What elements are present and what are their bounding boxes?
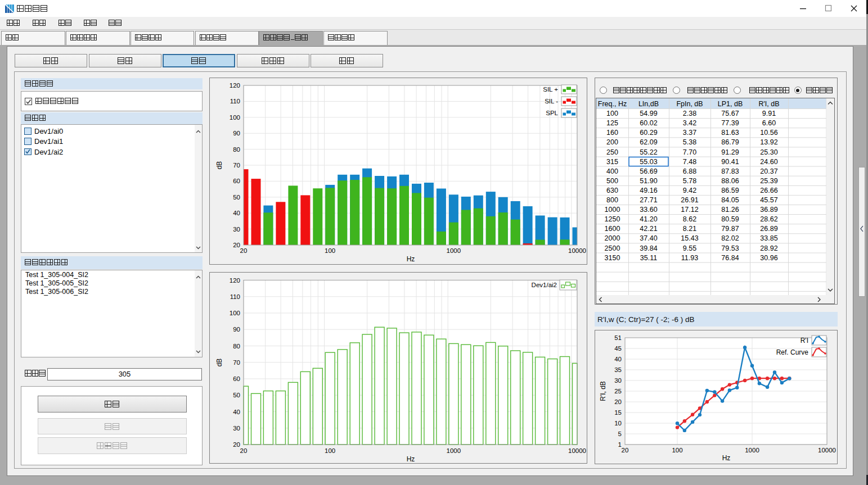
svg-text:6.60: 6.60 — [762, 119, 776, 127]
svg-text:33.85: 33.85 — [760, 234, 777, 242]
svg-text:20: 20 — [240, 247, 248, 254]
svg-text:630: 630 — [606, 186, 618, 194]
svg-text:7.70: 7.70 — [683, 148, 696, 156]
svg-text:1000: 1000 — [447, 247, 461, 254]
svg-text:80: 80 — [233, 146, 240, 153]
svg-text:20: 20 — [233, 242, 240, 248]
svg-text:100: 100 — [606, 110, 618, 117]
svg-text:5.38: 5.38 — [683, 138, 696, 146]
svg-text:81.26: 81.26 — [721, 206, 739, 214]
svg-text:5: 5 — [618, 430, 622, 437]
svg-text:9.42: 9.42 — [683, 186, 696, 194]
svg-text:13.92: 13.92 — [760, 138, 777, 146]
svg-text:8.21: 8.21 — [683, 225, 696, 233]
svg-text:315: 315 — [606, 157, 618, 165]
svg-text:20.37: 20.37 — [760, 167, 777, 175]
svg-text:100: 100 — [325, 247, 335, 254]
svg-text:1000: 1000 — [447, 447, 461, 454]
svg-text:54.99: 54.99 — [640, 110, 657, 117]
svg-text:40: 40 — [233, 210, 240, 216]
svg-text:100: 100 — [230, 114, 240, 121]
svg-text:27.71: 27.71 — [640, 196, 657, 204]
svg-text:8.62: 8.62 — [683, 215, 696, 223]
svg-text:86.59: 86.59 — [721, 186, 739, 194]
svg-text:20: 20 — [622, 447, 629, 454]
svg-text:79.87: 79.87 — [721, 225, 739, 233]
svg-text:9.55: 9.55 — [683, 244, 696, 252]
svg-text:30: 30 — [233, 226, 240, 233]
svg-text:20: 20 — [614, 398, 622, 405]
svg-text:40: 40 — [233, 409, 240, 415]
svg-text:87.83: 87.83 — [721, 167, 739, 175]
svg-text:60: 60 — [233, 375, 240, 382]
svg-text:80.59: 80.59 — [721, 215, 739, 223]
svg-text:82.02: 82.02 — [721, 234, 739, 242]
svg-text:3.37: 3.37 — [683, 129, 696, 137]
svg-text:28.62: 28.62 — [760, 215, 777, 223]
svg-text:7.48: 7.48 — [683, 157, 696, 165]
svg-text:20: 20 — [240, 447, 248, 454]
svg-text:1000: 1000 — [745, 447, 759, 454]
svg-text:26.89: 26.89 — [760, 225, 777, 233]
svg-text:25.39: 25.39 — [760, 176, 777, 184]
svg-text:9.91: 9.91 — [762, 110, 776, 117]
svg-text:88.06: 88.06 — [721, 176, 739, 184]
svg-text:160: 160 — [606, 129, 618, 137]
svg-text:40: 40 — [614, 356, 622, 362]
svg-text:dB: dB — [215, 359, 223, 367]
svg-text:50: 50 — [233, 392, 240, 398]
svg-text:15: 15 — [614, 409, 622, 416]
svg-text:50: 50 — [233, 194, 240, 201]
svg-text:1250: 1250 — [605, 215, 620, 223]
svg-text:Ref. Curve: Ref. Curve — [776, 348, 809, 356]
svg-text:35.11: 35.11 — [640, 253, 657, 261]
svg-text:SIL +: SIL + — [543, 86, 558, 93]
svg-text:R'I: R'I — [800, 337, 808, 345]
svg-text:26.91: 26.91 — [681, 196, 698, 204]
svg-text:86.79: 86.79 — [721, 138, 739, 146]
svg-text:42.21: 42.21 — [640, 225, 657, 233]
svg-text:55.22: 55.22 — [640, 148, 657, 156]
svg-text:90: 90 — [233, 130, 240, 137]
svg-text:62.09: 62.09 — [640, 138, 657, 146]
svg-text:56.69: 56.69 — [640, 167, 657, 175]
svg-text:LIn,dB: LIn,dB — [638, 99, 659, 107]
svg-text:SIL -: SIL - — [545, 98, 558, 105]
svg-text:3150: 3150 — [605, 253, 620, 261]
svg-text:76.84: 76.84 — [721, 253, 739, 261]
svg-text:84.05: 84.05 — [721, 196, 739, 204]
svg-text:51.90: 51.90 — [640, 176, 657, 184]
svg-text:6.88: 6.88 — [683, 167, 696, 175]
svg-text:70: 70 — [233, 162, 240, 169]
svg-text:33.60: 33.60 — [640, 206, 657, 214]
svg-text:30: 30 — [233, 425, 240, 432]
svg-text:500: 500 — [606, 176, 618, 184]
svg-text:110: 110 — [230, 98, 240, 105]
svg-text:91.29: 91.29 — [721, 148, 739, 156]
svg-text:10000: 10000 — [568, 247, 586, 254]
svg-text:100: 100 — [230, 310, 240, 316]
svg-text:Hz: Hz — [407, 455, 415, 463]
svg-text:dB: dB — [215, 161, 223, 170]
svg-text:35: 35 — [614, 366, 622, 373]
svg-text:125: 125 — [606, 119, 618, 127]
svg-text:Hz: Hz — [722, 454, 731, 462]
svg-text:R'I, dB: R'I, dB — [758, 99, 779, 107]
svg-text:2.38: 2.38 — [683, 110, 696, 117]
svg-text:30.96: 30.96 — [760, 253, 777, 261]
svg-text:200: 200 — [606, 138, 618, 146]
svg-text:28.92: 28.92 — [760, 244, 777, 252]
svg-text:45.57: 45.57 — [760, 196, 777, 204]
svg-text:37.40: 37.40 — [640, 234, 657, 242]
svg-text:55.03: 55.03 — [640, 157, 657, 165]
svg-text:3.42: 3.42 — [683, 119, 696, 127]
svg-text:FpIn, dB: FpIn, dB — [676, 99, 703, 107]
svg-text:51: 51 — [614, 334, 622, 341]
svg-text:80: 80 — [233, 343, 240, 350]
svg-text:90.41: 90.41 — [721, 157, 739, 165]
svg-text:10000: 10000 — [818, 447, 836, 454]
svg-text:25.30: 25.30 — [760, 148, 777, 156]
svg-text:17.12: 17.12 — [681, 206, 698, 214]
svg-text:41.20: 41.20 — [640, 215, 657, 223]
svg-text:1000: 1000 — [605, 206, 620, 214]
